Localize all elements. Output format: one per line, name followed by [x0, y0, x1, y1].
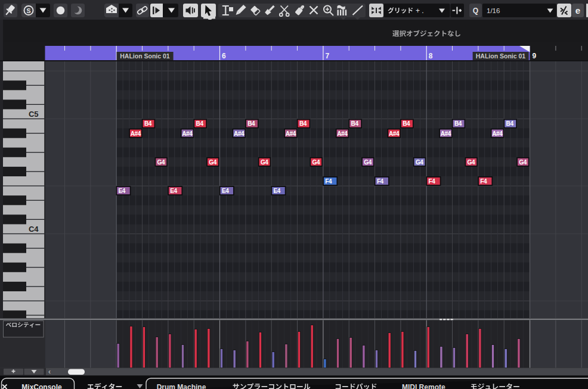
svg-text:F4: F4 — [377, 178, 384, 185]
svg-text:B4: B4 — [144, 120, 152, 127]
svg-text:E4: E4 — [222, 188, 229, 194]
svg-text:E4: E4 — [274, 188, 281, 194]
svg-text:9: 9 — [533, 52, 537, 60]
svg-text:B4: B4 — [247, 120, 255, 127]
svg-text:7: 7 — [325, 52, 329, 60]
svg-text:HALion Sonic 01: HALion Sonic 01 — [120, 52, 170, 60]
svg-text:A#4: A#4 — [441, 130, 451, 137]
svg-text:B4: B4 — [403, 120, 410, 127]
svg-text:G4: G4 — [157, 159, 165, 166]
svg-text:Q: Q — [473, 7, 478, 15]
svg-text:A#4: A#4 — [337, 130, 348, 137]
svg-text:G4: G4 — [261, 159, 268, 166]
svg-text:8: 8 — [429, 52, 433, 60]
svg-text:G4: G4 — [468, 159, 475, 166]
svg-text:G4: G4 — [209, 159, 216, 166]
svg-text:C4: C4 — [29, 225, 39, 234]
svg-text:E4: E4 — [170, 188, 177, 194]
svg-text:F4: F4 — [429, 178, 436, 185]
svg-text:C5: C5 — [29, 110, 39, 119]
svg-text:A#4: A#4 — [492, 130, 503, 137]
svg-text:G4: G4 — [519, 159, 527, 166]
svg-text:‹: ‹ — [48, 368, 51, 376]
svg-text:S: S — [26, 7, 30, 14]
svg-text:G4: G4 — [312, 159, 320, 166]
svg-text:G4: G4 — [364, 159, 372, 166]
svg-text:B4: B4 — [351, 120, 359, 127]
svg-text:A#4: A#4 — [234, 130, 245, 137]
svg-text:F4: F4 — [480, 178, 487, 185]
svg-text:E4: E4 — [119, 188, 126, 194]
svg-text:A#4: A#4 — [131, 130, 141, 137]
svg-text:Drum Machine: Drum Machine — [157, 383, 206, 389]
svg-text:A#4: A#4 — [286, 130, 296, 137]
svg-text:1/16: 1/16 — [487, 7, 500, 14]
svg-text:MixConsole: MixConsole — [21, 383, 62, 389]
svg-text:MIDI Remote: MIDI Remote — [402, 383, 445, 389]
svg-text:B4: B4 — [454, 120, 462, 127]
svg-text:F4: F4 — [325, 178, 332, 185]
svg-text:HALion Sonic 01: HALion Sonic 01 — [476, 52, 526, 60]
svg-text:6: 6 — [222, 52, 226, 60]
svg-text:+ .: + . — [416, 7, 424, 15]
svg-text:B4: B4 — [299, 120, 307, 127]
svg-text:e: e — [575, 5, 580, 15]
svg-text:A#4: A#4 — [389, 130, 400, 137]
svg-text:B4: B4 — [506, 120, 514, 127]
svg-text:A#4: A#4 — [182, 130, 193, 137]
svg-text:G4: G4 — [416, 159, 423, 166]
svg-text:B4: B4 — [196, 120, 204, 127]
